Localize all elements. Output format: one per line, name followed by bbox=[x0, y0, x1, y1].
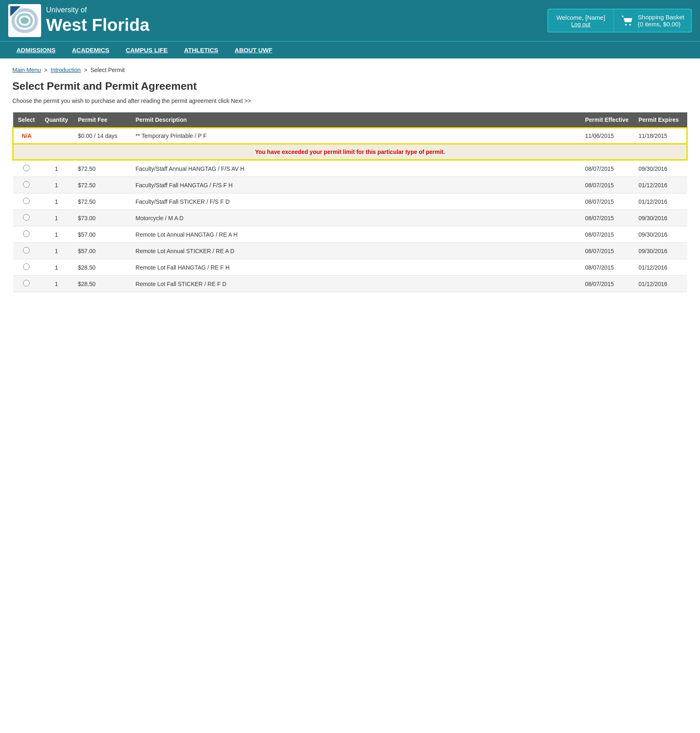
uwf-logo-icon bbox=[8, 4, 41, 37]
header-right: Welcome, [Name] Log out Shopping Basket … bbox=[547, 9, 692, 33]
cart-area[interactable]: Shopping Basket (0 items, $0.00) bbox=[614, 9, 691, 32]
exp-cell-0: 09/30/2016 bbox=[634, 160, 687, 177]
select-cell-5[interactable] bbox=[13, 243, 40, 259]
na-select-cell: N/A bbox=[13, 128, 40, 144]
eff-cell-3: 08/07/2015 bbox=[580, 210, 634, 226]
exp-cell-7: 01/12/2016 bbox=[634, 276, 687, 292]
table-row: 1 $28.50 Remote Lot Fall HANGTAG / RE F … bbox=[13, 259, 687, 276]
qty-cell-1: 1 bbox=[40, 177, 73, 193]
desc-cell-6: Remote Lot Fall HANGTAG / RE F H bbox=[131, 259, 580, 276]
svg-point-4 bbox=[629, 24, 631, 26]
table-row: 1 $57.00 Remote Lot Annual STICKER / RE … bbox=[13, 243, 687, 259]
col-header-quantity: Quantity bbox=[40, 112, 73, 128]
radio-1[interactable] bbox=[23, 181, 30, 188]
table-row: 1 $73.00 Motorcycle / M A D 08/07/2015 0… bbox=[13, 210, 687, 226]
cart-text: Shopping Basket (0 items, $0.00) bbox=[638, 14, 684, 28]
fee-cell-1: $72.50 bbox=[73, 177, 131, 193]
radio-3[interactable] bbox=[23, 214, 30, 221]
fee-cell-4: $57.00 bbox=[73, 226, 131, 243]
select-cell-4[interactable] bbox=[13, 226, 40, 243]
qty-cell-2: 1 bbox=[40, 193, 73, 210]
desc-cell-0: Faculty/Staff Annual HANGTAG / F/S AV H bbox=[131, 160, 580, 177]
eff-cell-0: 08/07/2015 bbox=[580, 160, 634, 177]
fee-cell-7: $28.50 bbox=[73, 276, 131, 292]
logo-area: University of West Florida bbox=[8, 4, 149, 37]
qty-cell-3: 1 bbox=[40, 210, 73, 226]
col-header-description: Permit Description bbox=[131, 112, 580, 128]
welcome-area: Welcome, [Name] Log out bbox=[548, 10, 614, 32]
select-cell-6[interactable] bbox=[13, 259, 40, 276]
nav-academics[interactable]: ACADEMICS bbox=[64, 42, 118, 58]
na-expires-cell: 11/18/2015 bbox=[634, 128, 687, 144]
exp-cell-4: 09/30/2016 bbox=[634, 226, 687, 243]
radio-0[interactable] bbox=[23, 165, 30, 171]
qty-cell-5: 1 bbox=[40, 243, 73, 259]
desc-cell-5: Remote Lot Annual STICKER / RE A D bbox=[131, 243, 580, 259]
table-header: Select Quantity Permit Fee Permit Descri… bbox=[13, 112, 687, 128]
table-row: 1 $57.00 Remote Lot Annual HANGTAG / RE … bbox=[13, 226, 687, 243]
table-row: 1 $72.50 Faculty/Staff Fall STICKER / F/… bbox=[13, 193, 687, 210]
qty-cell-7: 1 bbox=[40, 276, 73, 292]
select-cell-1[interactable] bbox=[13, 177, 40, 193]
radio-6[interactable] bbox=[23, 263, 30, 270]
exp-cell-6: 01/12/2016 bbox=[634, 259, 687, 276]
nav-athletics[interactable]: ATHLETICS bbox=[176, 42, 227, 58]
navigation-bar: ADMISSIONS ACADEMICS CAMPUS LIFE ATHLETI… bbox=[0, 41, 700, 58]
highlighted-permit-row: N/A $0.00 / 14 days ** Temporary Printab… bbox=[13, 128, 687, 144]
qty-cell-6: 1 bbox=[40, 259, 73, 276]
breadcrumb-main-menu[interactable]: Main Menu bbox=[12, 67, 41, 73]
page-header: University of West Florida Welcome, [Nam… bbox=[0, 0, 700, 41]
nav-admissions[interactable]: ADMISSIONS bbox=[8, 42, 64, 58]
fee-cell-5: $57.00 bbox=[73, 243, 131, 259]
nav-about-uwf[interactable]: ABOUT UWF bbox=[227, 42, 281, 58]
error-message-cell: You have exceeded your permit limit for … bbox=[13, 144, 687, 160]
table-body: N/A $0.00 / 14 days ** Temporary Printab… bbox=[13, 128, 687, 292]
table-row: 1 $28.50 Remote Lot Fall STICKER / RE F … bbox=[13, 276, 687, 292]
radio-7[interactable] bbox=[23, 280, 30, 286]
eff-cell-1: 08/07/2015 bbox=[580, 177, 634, 193]
qty-cell-0: 1 bbox=[40, 160, 73, 177]
na-quantity-cell bbox=[40, 128, 73, 144]
eff-cell-5: 08/07/2015 bbox=[580, 243, 634, 259]
eff-cell-2: 08/07/2015 bbox=[580, 193, 634, 210]
page-title: Select Permit and Permit Agreement bbox=[12, 80, 688, 93]
welcome-text: Welcome, [Name] bbox=[556, 14, 605, 21]
desc-cell-3: Motorcycle / M A D bbox=[131, 210, 580, 226]
desc-cell-4: Remote Lot Annual HANGTAG / RE A H bbox=[131, 226, 580, 243]
eff-cell-4: 08/07/2015 bbox=[580, 226, 634, 243]
desc-cell-7: Remote Lot Fall STICKER / RE F D bbox=[131, 276, 580, 292]
eff-cell-7: 08/07/2015 bbox=[580, 276, 634, 292]
svg-point-3 bbox=[625, 24, 627, 26]
table-row: 1 $72.50 Faculty/Staff Fall HANGTAG / F/… bbox=[13, 177, 687, 193]
col-header-expires: Permit Expires bbox=[634, 112, 687, 128]
breadcrumb: Main Menu > Introduction > Select Permit bbox=[12, 67, 688, 73]
select-cell-7[interactable] bbox=[13, 276, 40, 292]
logout-link[interactable]: Log out bbox=[556, 21, 605, 28]
cart-label: Shopping Basket bbox=[638, 14, 684, 21]
page-instructions: Choose the permit you wish to purchase a… bbox=[12, 98, 688, 104]
fee-cell-3: $73.00 bbox=[73, 210, 131, 226]
select-cell-2[interactable] bbox=[13, 193, 40, 210]
col-header-fee: Permit Fee bbox=[73, 112, 131, 128]
fee-cell-2: $72.50 bbox=[73, 193, 131, 210]
col-header-select: Select bbox=[13, 112, 40, 128]
radio-4[interactable] bbox=[23, 230, 30, 237]
select-cell-3[interactable] bbox=[13, 210, 40, 226]
na-description-cell: ** Temporary Printable / P F bbox=[131, 128, 580, 144]
cart-icon bbox=[621, 14, 634, 27]
main-content: Main Menu > Introduction > Select Permit… bbox=[0, 58, 700, 305]
radio-2[interactable] bbox=[23, 198, 30, 204]
fee-cell-6: $28.50 bbox=[73, 259, 131, 276]
desc-cell-1: Faculty/Staff Fall HANGTAG / F/S F H bbox=[131, 177, 580, 193]
radio-5[interactable] bbox=[23, 247, 30, 254]
na-effective-cell: 11/06/2015 bbox=[580, 128, 634, 144]
table-header-row: Select Quantity Permit Fee Permit Descri… bbox=[13, 112, 687, 128]
nav-campus-life[interactable]: CAMPUS LIFE bbox=[118, 42, 176, 58]
fee-cell-0: $72.50 bbox=[73, 160, 131, 177]
select-cell-0[interactable] bbox=[13, 160, 40, 177]
exp-cell-5: 09/30/2016 bbox=[634, 243, 687, 259]
breadcrumb-introduction[interactable]: Introduction bbox=[51, 67, 81, 73]
cart-info: (0 items, $0.00) bbox=[638, 21, 684, 28]
na-badge: N/A bbox=[22, 133, 32, 139]
logo-text: University of West Florida bbox=[46, 6, 149, 35]
